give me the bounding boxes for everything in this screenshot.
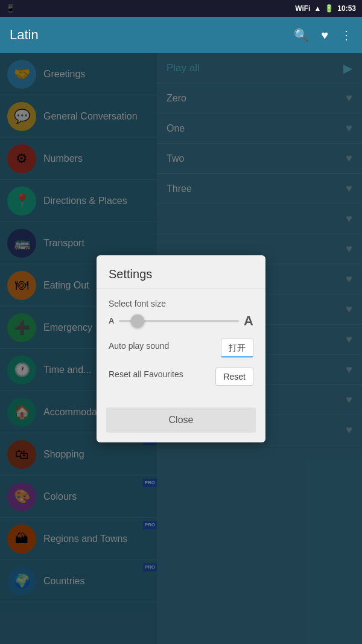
search-icon[interactable]: 🔍 [294,28,309,42]
modal-body: Select font size A A Auto play sound 打开 … [97,289,265,405]
header-icons: 🔍 ♥ ⋮ [294,28,352,42]
font-small-indicator: A [109,316,114,325]
font-size-label: Select font size [109,299,253,308]
font-large-indicator: A [244,313,253,329]
modal-title: Settings [97,255,265,289]
reset-setting: Reset all Favourites Reset [109,368,253,386]
font-size-slider[interactable] [119,320,239,322]
menu-icon[interactable]: ⋮ [340,28,352,42]
font-size-setting: Select font size A A [109,299,253,329]
auto-play-label: Auto play sound [109,341,169,351]
status-right: WiFi ▲ 🔋 10:53 [295,4,356,13]
status-left: 📱 [6,4,15,13]
app-title: Latin [10,27,39,43]
clock: 10:53 [337,4,356,13]
signal-icon: ▲ [314,4,321,13]
main-content: 🤝 Greetings 💬 General Conversation ⚙ Num… [0,53,362,644]
close-button[interactable]: Close [106,407,256,433]
wifi-icon: WiFi [295,4,310,13]
settings-modal: Settings Select font size A A Auto play … [97,255,265,442]
battery-icon: 🔋 [325,4,334,13]
sim-icon: 📱 [6,4,15,13]
close-btn-container: Close [97,405,265,442]
app-header: Latin 🔍 ♥ ⋮ [0,17,362,53]
modal-overlay[interactable]: Settings Select font size A A Auto play … [0,53,362,644]
favorites-icon[interactable]: ♥ [321,28,328,42]
reset-button[interactable]: Reset [215,368,253,386]
auto-play-setting: Auto play sound 打开 [109,339,253,358]
font-size-row: A A [109,313,253,329]
reset-label: Reset all Favourites [109,369,183,379]
auto-play-toggle[interactable]: 打开 [221,339,253,358]
slider-thumb[interactable] [131,314,144,328]
status-bar: 📱 WiFi ▲ 🔋 10:53 [0,0,362,17]
